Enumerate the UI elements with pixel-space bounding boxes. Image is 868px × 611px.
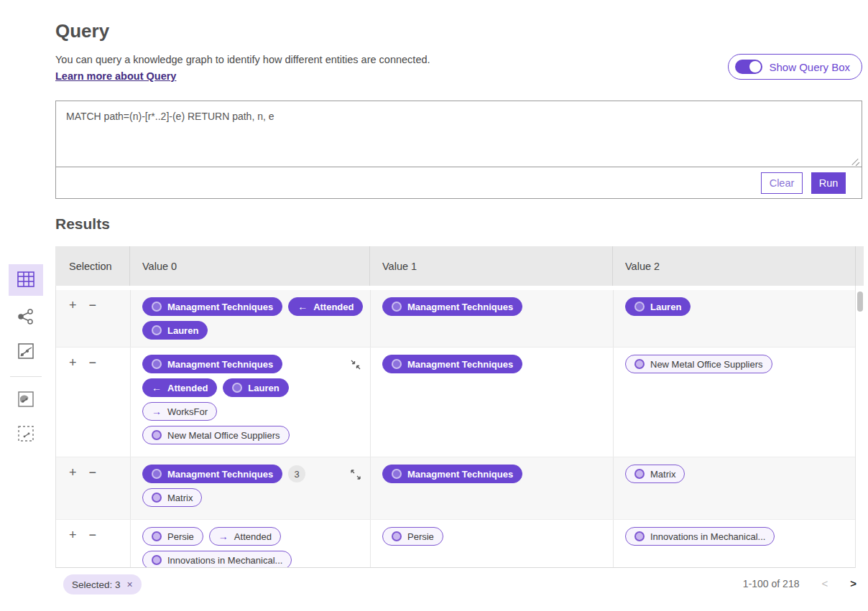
results-table-body: +−Managment Techniques←AttendedLaurenMan… xyxy=(55,286,864,568)
entity-pill[interactable]: Managment Techniques xyxy=(142,465,282,483)
expand-path-icon[interactable] xyxy=(350,469,361,480)
resize-handle[interactable] xyxy=(851,159,859,167)
add-selection-button[interactable]: + xyxy=(69,530,77,540)
sidebar-item-graph-view[interactable] xyxy=(9,302,43,333)
value1-cell: Managment Techniques xyxy=(370,290,613,347)
entity-pill[interactable]: Matrix xyxy=(625,465,685,483)
view-switcher-sidebar xyxy=(9,264,43,453)
entity-pill[interactable]: Innovations in Mechanical... xyxy=(142,551,292,568)
entity-dot-icon xyxy=(634,469,645,479)
selection-cell: +− xyxy=(56,348,130,457)
arrow-left-icon: ← xyxy=(152,382,162,393)
selected-count-label: Selected: 3 xyxy=(72,579,121,590)
entity-pill[interactable]: Lauren xyxy=(625,297,691,316)
value0-cell: Managment Techniques3Matrix xyxy=(130,457,370,519)
add-selection-button[interactable]: + xyxy=(69,358,77,368)
add-selection-button[interactable]: + xyxy=(69,467,77,477)
selection-view-icon xyxy=(18,426,34,444)
entity-pill-label: Managment Techniques xyxy=(407,302,513,312)
entity-pill-label: Managment Techniques xyxy=(407,359,513,370)
entity-pill[interactable]: New Metal Office Suppliers xyxy=(142,426,290,444)
entity-pill[interactable]: Innovations in Mechanical... xyxy=(625,527,775,546)
value2-cell: Innovations in Mechanical... xyxy=(613,520,847,568)
graph-view-icon xyxy=(17,308,34,327)
value1-cell: Managment Techniques xyxy=(370,457,613,519)
clear-button[interactable]: Clear xyxy=(761,172,803,194)
value1-cell: Persie xyxy=(370,520,613,568)
column-header-value1: Value 1 xyxy=(369,246,612,286)
entity-pill[interactable]: Managment Techniques xyxy=(142,355,282,373)
column-header-value2: Value 2 xyxy=(612,246,855,286)
entity-pill[interactable]: ←Attended xyxy=(142,378,217,397)
selection-cell: +− xyxy=(56,457,130,519)
toggle-label: Show Query Box xyxy=(769,61,850,73)
selection-cell: +− xyxy=(56,290,130,347)
clear-selection-icon[interactable]: × xyxy=(127,579,133,589)
entity-dot-icon xyxy=(634,302,645,312)
run-button[interactable]: Run xyxy=(811,172,846,194)
arrow-right-icon: → xyxy=(218,531,228,542)
remove-selection-button[interactable]: − xyxy=(89,300,97,310)
entity-pill-label: Innovations in Mechanical... xyxy=(167,555,282,566)
entity-dot-icon xyxy=(152,469,162,479)
entity-pill[interactable]: →WorksFor xyxy=(142,402,217,421)
add-selection-button[interactable]: + xyxy=(69,300,77,310)
entity-pill-label: Matrix xyxy=(167,493,193,503)
entity-dot-icon xyxy=(634,531,645,541)
show-query-box-toggle[interactable]: Show Query Box xyxy=(728,54,862,80)
entity-dot-icon xyxy=(392,469,402,479)
query-actions: Clear Run xyxy=(56,167,862,198)
selected-count-chip[interactable]: Selected: 3 × xyxy=(63,574,142,594)
next-page-button[interactable]: > xyxy=(850,577,857,589)
entity-pill[interactable]: New Metal Office Suppliers xyxy=(625,355,772,373)
scrollbar-thumb[interactable] xyxy=(857,291,863,312)
results-table: Selection Value 0 Value 1 Value 2 +−Mana… xyxy=(55,246,864,568)
learn-more-link[interactable]: Learn more about Query xyxy=(55,70,176,82)
entity-pill[interactable]: ←Attended xyxy=(288,297,363,316)
entity-dot-icon xyxy=(152,302,162,312)
entity-pill-label: Lauren xyxy=(650,302,681,312)
remove-selection-button[interactable]: − xyxy=(89,467,97,477)
entity-pill[interactable]: Managment Techniques xyxy=(382,355,522,373)
results-table-header: Selection Value 0 Value 1 Value 2 xyxy=(55,246,864,286)
collapse-path-icon[interactable] xyxy=(350,359,361,370)
query-input[interactable]: MATCH path=(n)-[r*..2]-(e) RETURN path, … xyxy=(56,101,862,167)
value0-cell: Managment Techniques←AttendedLauren→Work… xyxy=(130,348,370,457)
entity-pill-label: Attended xyxy=(234,531,272,542)
entity-dot-icon xyxy=(392,359,402,369)
selection-cell: +− xyxy=(56,520,130,568)
remove-selection-button[interactable]: − xyxy=(89,358,97,368)
page-range-label: 1-100 of 218 xyxy=(743,578,800,589)
entity-pill[interactable]: →Attended xyxy=(209,527,281,546)
entity-dot-icon xyxy=(152,555,162,565)
remove-selection-button[interactable]: − xyxy=(89,530,97,540)
value2-cell: Matrix xyxy=(613,457,847,519)
entity-pill[interactable]: Lauren xyxy=(223,378,288,397)
entity-dot-icon xyxy=(392,302,402,312)
sidebar-item-table-view[interactable] xyxy=(9,264,43,296)
entity-pill[interactable]: Persie xyxy=(382,527,443,546)
column-header-value0: Value 0 xyxy=(129,246,369,286)
sidebar-item-selection-view[interactable] xyxy=(9,419,43,450)
entity-pill-label: Managment Techniques xyxy=(167,469,273,480)
entity-pill-label: Persie xyxy=(167,531,194,542)
table-view-icon xyxy=(17,271,34,289)
entity-dot-icon xyxy=(232,383,242,393)
sidebar-divider xyxy=(10,376,42,377)
entity-pill-label: New Metal Office Suppliers xyxy=(167,430,280,441)
entity-pill[interactable]: Managment Techniques xyxy=(382,297,522,316)
entity-pill[interactable]: Matrix xyxy=(142,488,202,507)
arrow-left-icon: ← xyxy=(297,301,308,312)
entity-pill[interactable]: Managment Techniques xyxy=(382,465,522,483)
entity-pill[interactable]: Managment Techniques xyxy=(142,297,282,316)
entity-pill-label: Managment Techniques xyxy=(407,469,513,480)
entity-pill[interactable]: Persie xyxy=(142,527,203,546)
entity-pill[interactable]: Lauren xyxy=(142,321,208,340)
column-header-selection: Selection xyxy=(55,246,129,286)
toggle-switch-icon[interactable] xyxy=(735,60,762,74)
sidebar-item-map-view[interactable] xyxy=(9,384,43,416)
sidebar-item-chart-view[interactable] xyxy=(9,336,43,368)
table-scrollbar[interactable] xyxy=(855,286,864,568)
chart-view-icon xyxy=(18,343,34,361)
previous-page-button[interactable]: < xyxy=(821,577,828,589)
